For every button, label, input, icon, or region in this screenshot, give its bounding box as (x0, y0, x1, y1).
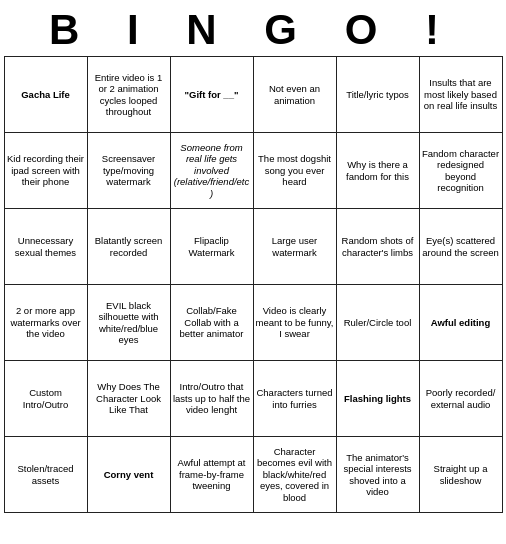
cell-r3-c0[interactable]: 2 or more app watermarks over the video (4, 285, 87, 361)
bingo-grid: Gacha LifeEntire video is 1 or 2 animati… (4, 56, 503, 513)
cell-r0-c5[interactable]: Insults that are most likely based on re… (419, 57, 502, 133)
cell-r4-c3[interactable]: Characters turned into furries (253, 361, 336, 437)
cell-r4-c5[interactable]: Poorly recorded/ external audio (419, 361, 502, 437)
cell-r2-c2[interactable]: Flipaclip Watermark (170, 209, 253, 285)
cell-r0-c1[interactable]: Entire video is 1 or 2 animation cycles … (87, 57, 170, 133)
cell-r3-c3[interactable]: Video is clearly meant to be funny, I sw… (253, 285, 336, 361)
cell-r4-c2[interactable]: Intro/Outro that lasts up to half the vi… (170, 361, 253, 437)
cell-r0-c4[interactable]: Title/lyric typos (336, 57, 419, 133)
cell-r5-c5[interactable]: Straight up a slideshow (419, 437, 502, 513)
cell-r1-c3[interactable]: The most dogshit song you ever heard (253, 133, 336, 209)
cell-r1-c2[interactable]: Someone from real life gets involved (re… (170, 133, 253, 209)
cell-r1-c4[interactable]: Why is there a fandom for this (336, 133, 419, 209)
cell-r0-c2[interactable]: "Gift for __" (170, 57, 253, 133)
cell-r2-c0[interactable]: Unnecessary sexual themes (4, 209, 87, 285)
cell-r2-c1[interactable]: Blatantly screen recorded (87, 209, 170, 285)
cell-r5-c0[interactable]: Stolen/traced assets (4, 437, 87, 513)
cell-r1-c5[interactable]: Fandom character redesigned beyond recog… (419, 133, 502, 209)
cell-r4-c4[interactable]: Flashing lights (336, 361, 419, 437)
cell-r2-c3[interactable]: Large user watermark (253, 209, 336, 285)
cell-r1-c0[interactable]: Kid recording their ipad screen with the… (4, 133, 87, 209)
cell-r5-c2[interactable]: Awful attempt at frame-by-frame tweening (170, 437, 253, 513)
cell-r1-c1[interactable]: Screensaver type/moving watermark (87, 133, 170, 209)
cell-r5-c1[interactable]: Corny vent (87, 437, 170, 513)
cell-r3-c2[interactable]: Collab/Fake Collab with a better animato… (170, 285, 253, 361)
cell-r0-c0[interactable]: Gacha Life (4, 57, 87, 133)
cell-r4-c1[interactable]: Why Does The Character Look Like That (87, 361, 170, 437)
cell-r5-c3[interactable]: Character becomes evil with black/white/… (253, 437, 336, 513)
cell-r4-c0[interactable]: Custom Intro/Outro (4, 361, 87, 437)
cell-r3-c1[interactable]: EVIL black silhouette with white/red/blu… (87, 285, 170, 361)
cell-r5-c4[interactable]: The animator's special interests shoved … (336, 437, 419, 513)
cell-r3-c4[interactable]: Ruler/Circle tool (336, 285, 419, 361)
cell-r2-c4[interactable]: Random shots of character's limbs (336, 209, 419, 285)
cell-r0-c3[interactable]: Not even an animation (253, 57, 336, 133)
cell-r3-c5[interactable]: Awful editing (419, 285, 502, 361)
bingo-title: B I N G O ! (0, 0, 506, 56)
cell-r2-c5[interactable]: Eye(s) scattered around the screen (419, 209, 502, 285)
